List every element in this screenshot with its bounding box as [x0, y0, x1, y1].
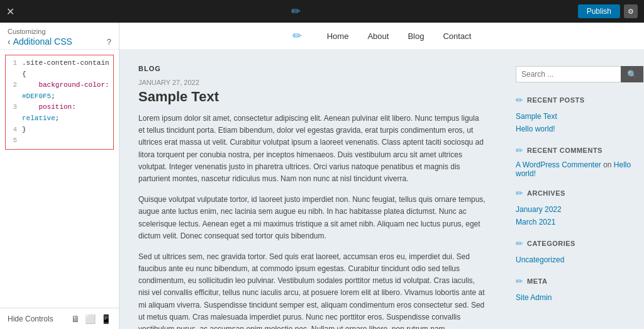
nav-about[interactable]: About [367, 31, 389, 41]
meta-icon: ✏ [516, 276, 523, 286]
categories-title: CATEGORIES [527, 240, 575, 247]
tablet-icon[interactable]: ⬜ [85, 314, 96, 324]
search-box: 🔍 [516, 66, 634, 82]
recent-posts-title-row: ✏ RECENT POSTS [516, 95, 634, 105]
recent-comments-title: RECENT COMMENTS [527, 147, 602, 154]
nav-contact[interactable]: Contact [443, 31, 471, 41]
recent-post-1[interactable]: Sample Text [516, 110, 634, 123]
meta-title: META [527, 277, 547, 285]
categories-title-row: ✏ CATEGORIES [516, 238, 634, 248]
code-line-2: 2 background-color: #DEF0F5; [9, 80, 109, 102]
archive-2[interactable]: March 2021 [516, 216, 634, 228]
recent-comments-icon: ✏ [516, 145, 523, 155]
hide-controls-button[interactable]: Hide Controls [8, 315, 53, 323]
post-paragraph-2: Quisque volutpat vulputate tortor, id la… [138, 194, 487, 242]
archive-1[interactable]: January 2022 [516, 203, 634, 216]
categories-icon: ✏ [516, 238, 523, 248]
device-icons: 🖥 ⬜ 📱 [71, 314, 111, 324]
recent-comments-title-row: ✏ RECENT COMMENTS [516, 145, 634, 155]
css-editor[interactable]: 1 .site-content-contain { 2 background-c… [0, 50, 119, 308]
blog-sidebar: 🔍 ✏ RECENT POSTS Sample Text Hello world… [506, 50, 644, 329]
comment-author-link[interactable]: A WordPress Commenter [516, 160, 601, 169]
publish-area: Publish ⚙ [578, 4, 638, 18]
help-button[interactable]: ? [107, 37, 111, 47]
top-bar: ✕ ✏ Publish ⚙ [0, 0, 644, 23]
code-line-4: 4 } [9, 125, 109, 136]
meta-title-row: ✏ META [516, 276, 634, 286]
code-line-3: 3 position: relative; [9, 102, 109, 124]
preview-nav: ✏ Home About Blog Contact [119, 23, 644, 50]
recent-comment-1: A WordPress Commenter on Hello world! [516, 160, 634, 178]
category-1[interactable]: Uncategorized [516, 254, 634, 266]
post-paragraph-1: Lorem ipsum dolor sit amet, consectetur … [138, 113, 487, 185]
mobile-icon[interactable]: 📱 [101, 314, 111, 324]
archives-icon: ✏ [516, 188, 523, 198]
preview-area: ✏ Home About Blog Contact BLOG JANUARY 2… [119, 23, 644, 329]
recent-posts-title: RECENT POSTS [527, 96, 585, 104]
archives-widget: ✏ ARCHIVES January 2022 March 2021 [516, 188, 634, 228]
post-paragraph-3: Sed ut ultrices sem, nec gravida tortor.… [138, 251, 487, 329]
center-logo: ✏ [291, 4, 301, 18]
comment-on: on [603, 160, 614, 169]
post-title: Sample Text [138, 89, 487, 105]
desktop-icon[interactable]: 🖥 [71, 314, 80, 324]
blog-label: BLOG [138, 65, 487, 72]
panel-title-row: ‹ Additional CSS ? [8, 36, 111, 47]
customizing-label: Customizing [8, 28, 111, 35]
search-input[interactable] [516, 66, 621, 82]
archives-title: ARCHIVES [527, 189, 565, 197]
nav-blog[interactable]: Blog [408, 31, 424, 41]
nav-logo-icon: ✏ [292, 29, 302, 43]
panel-header: Customizing ‹ Additional CSS ? [0, 23, 119, 50]
publish-button[interactable]: Publish [578, 4, 620, 18]
panel-title: Additional CSS [13, 36, 107, 47]
code-block[interactable]: 1 .site-content-contain { 2 background-c… [5, 55, 114, 150]
search-button[interactable]: 🔍 [621, 66, 643, 82]
recent-comments-widget: ✏ RECENT COMMENTS A WordPress Commenter … [516, 145, 634, 178]
main-layout: Customizing ‹ Additional CSS ? 1 .site-c… [0, 23, 644, 329]
nav-home[interactable]: Home [327, 31, 349, 41]
blog-main: BLOG JANUARY 27, 2022 Sample Text Lorem … [119, 50, 506, 329]
meta-link-1[interactable]: Site Admin [516, 291, 634, 304]
code-line-1: 1 .site-content-contain { [9, 58, 109, 80]
categories-widget: ✏ CATEGORIES Uncategorized [516, 238, 634, 266]
gear-button[interactable]: ⚙ [624, 4, 638, 18]
preview-content: BLOG JANUARY 27, 2022 Sample Text Lorem … [119, 50, 644, 329]
left-panel: Customizing ‹ Additional CSS ? 1 .site-c… [0, 23, 119, 329]
post-date: JANUARY 27, 2022 [138, 79, 487, 86]
code-line-5: 5 [9, 135, 109, 147]
close-button[interactable]: ✕ [6, 6, 14, 18]
archives-title-row: ✏ ARCHIVES [516, 188, 634, 198]
recent-post-2[interactable]: Hello world! [516, 123, 634, 135]
back-button[interactable]: ‹ [8, 36, 13, 47]
bottom-bar: Hide Controls 🖥 ⬜ 📱 [0, 308, 119, 329]
meta-widget: ✏ META Site Admin [516, 276, 634, 304]
recent-posts-widget: ✏ RECENT POSTS Sample Text Hello world! [516, 95, 634, 135]
recent-posts-icon: ✏ [516, 95, 523, 105]
